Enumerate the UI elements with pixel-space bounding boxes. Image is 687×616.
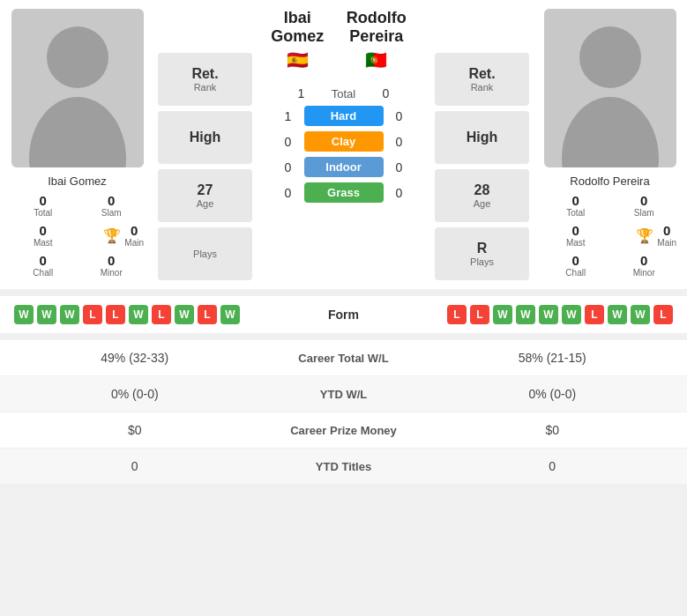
left-form-badge-8: L: [198, 305, 217, 324]
left-chall-stat: 0 Chall: [11, 253, 76, 278]
right-rank-label: Rank: [471, 82, 494, 93]
left-flag: 🇪🇸: [287, 49, 309, 71]
grass-badge: Grass: [304, 182, 384, 203]
left-form-badge-6: L: [152, 305, 171, 324]
left-high-box: High: [158, 111, 252, 164]
right-form-badge-5: W: [562, 305, 581, 324]
right-age-box: 28 Age: [435, 169, 529, 222]
right-age-value: 28: [474, 182, 490, 198]
right-minor-stat: 0 Minor: [612, 253, 677, 278]
total-label: Total: [317, 87, 370, 100]
left-player-stats: 0 Total 0 Slam: [7, 193, 147, 218]
left-player-name: Ibai Gomez: [48, 174, 106, 188]
left-trophy-icon: 🏆: [103, 227, 121, 244]
right-slam-stat: 0 Slam: [612, 193, 677, 218]
main-container: Ibai Gomez 0 Total 0 Slam 0 Mast 🏆: [0, 0, 687, 484]
left-slam-stat: 0 Slam: [79, 193, 145, 218]
left-main-label: Main: [124, 238, 144, 248]
left-total-value: 0: [40, 193, 47, 208]
left-mast-value: 0: [40, 223, 47, 238]
left-player-avatar: [11, 9, 144, 167]
right-player-header: Rodolfo Pereira 🇵🇹: [331, 9, 422, 71]
right-form-badge-1: L: [470, 305, 489, 324]
left-form-badge-0: W: [14, 305, 34, 324]
ytd-wl-row: 0% (0-0) YTD W/L 0% (0-0): [0, 376, 687, 412]
left-chall-label: Chall: [33, 268, 53, 278]
left-avatar-silhouette: [11, 9, 144, 167]
right-indoor-val: 0: [391, 160, 408, 174]
left-age-value: 27: [198, 182, 213, 198]
right-form-badge-2: W: [493, 305, 512, 324]
right-main-label: Main: [657, 238, 676, 248]
left-player-photo-col: Ibai Gomez 0 Total 0 Slam 0 Mast 🏆: [0, 9, 154, 280]
right-form-badge-7: W: [608, 305, 627, 324]
right-total-label: Total: [566, 208, 585, 218]
ytd-titles-row: 0 YTD Titles 0: [0, 449, 687, 484]
left-clay-val: 0: [280, 135, 297, 149]
right-total-stat: 0 Total: [543, 193, 609, 218]
player-comparison-section: Ibai Gomez 0 Total 0 Slam 0 Mast 🏆: [0, 0, 687, 289]
left-slam-label: Slam: [101, 208, 122, 218]
left-slam-value: 0: [108, 193, 115, 208]
left-ytd-wl: 0% (0-0): [14, 387, 256, 401]
right-plays-value: R: [477, 241, 488, 256]
indoor-surface-row: 0 Indoor 0: [256, 157, 431, 177]
clay-surface-row: 0 Clay 0: [256, 131, 431, 152]
right-rank-value: Ret.: [468, 66, 495, 82]
prize-label: Career Prize Money: [256, 424, 432, 437]
ytd-wl-label: YTD W/L: [256, 388, 432, 401]
right-header-name: Rodolfo Pereira: [331, 9, 422, 46]
right-slam-label: Slam: [634, 208, 654, 218]
left-form-badges: WWWLLWLWLW: [14, 305, 291, 324]
left-indoor-val: 0: [280, 160, 297, 174]
right-total-surface-val: 0: [377, 86, 395, 100]
right-plays-label: Plays: [470, 256, 494, 267]
right-minor-value: 0: [640, 253, 647, 268]
right-rank-box: Ret. Rank: [435, 53, 529, 106]
svg-point-4: [579, 26, 641, 88]
left-age-box: 27 Age: [158, 169, 252, 222]
total-surface-row: 1 Total 0: [256, 86, 431, 100]
right-player-avatar: [544, 9, 676, 167]
left-form-badge-7: W: [175, 305, 194, 324]
left-chall-minor-row: 0 Chall 0 Minor: [7, 253, 147, 278]
titles-label: YTD Titles: [256, 460, 432, 473]
right-mast-value: 0: [572, 223, 579, 238]
right-high-value: High: [467, 130, 498, 145]
right-form-badge-8: W: [631, 305, 650, 324]
hard-badge: Hard: [304, 106, 384, 126]
right-player-photo-col: Rodolfo Pereira 0 Total 0 Slam 0 Mast 🏆: [533, 9, 687, 280]
career-total-wl-row: 49% (32-33) Career Total W/L 58% (21-15): [0, 340, 687, 376]
left-career-total-wl: 49% (32-33): [14, 351, 256, 365]
left-player-header: Ibai Gomez 🇪🇸: [265, 9, 331, 71]
hard-surface-row: 1 Hard 0: [256, 106, 431, 126]
left-minor-label: Minor: [101, 268, 123, 278]
indoor-badge: Indoor: [304, 157, 384, 177]
left-prize: $0: [14, 423, 256, 437]
right-trophy-icon: 🏆: [636, 227, 653, 244]
right-prize: $0: [432, 423, 674, 437]
right-minor-label: Minor: [633, 268, 655, 278]
right-titles: 0: [432, 459, 674, 473]
grass-surface-row: 0 Grass 0: [256, 182, 431, 203]
right-hard-val: 0: [391, 109, 408, 123]
left-age-label: Age: [197, 198, 214, 209]
center-column: Ibai Gomez 🇪🇸 Rodolfo Pereira 🇵🇹 1 Total…: [256, 9, 431, 280]
left-plays-box: Plays: [158, 227, 252, 280]
career-total-wl-label: Career Total W/L: [256, 352, 432, 365]
right-trophy-icon-area: 🏆 0 Main: [612, 223, 677, 248]
right-career-total-wl: 58% (21-15): [432, 351, 674, 365]
right-age-label: Age: [474, 198, 491, 209]
right-mast-stat: 0 Mast: [543, 223, 609, 248]
clay-badge: Clay: [304, 131, 384, 152]
surface-table: 1 Total 0 1 Hard 0 0 Clay 0 0: [256, 86, 431, 203]
right-player-name: Rodolfo Pereira: [570, 174, 649, 188]
left-plays-label: Plays: [193, 249, 217, 259]
right-form-badge-9: L: [653, 305, 673, 324]
right-player-stats: 0 Total 0 Slam: [540, 193, 680, 218]
left-grass-val: 0: [280, 186, 297, 200]
right-plays-box: R Plays: [435, 227, 529, 280]
left-total-surface-val: 1: [293, 86, 310, 100]
right-slam-value: 0: [640, 193, 647, 208]
left-mast-label: Mast: [34, 238, 53, 248]
